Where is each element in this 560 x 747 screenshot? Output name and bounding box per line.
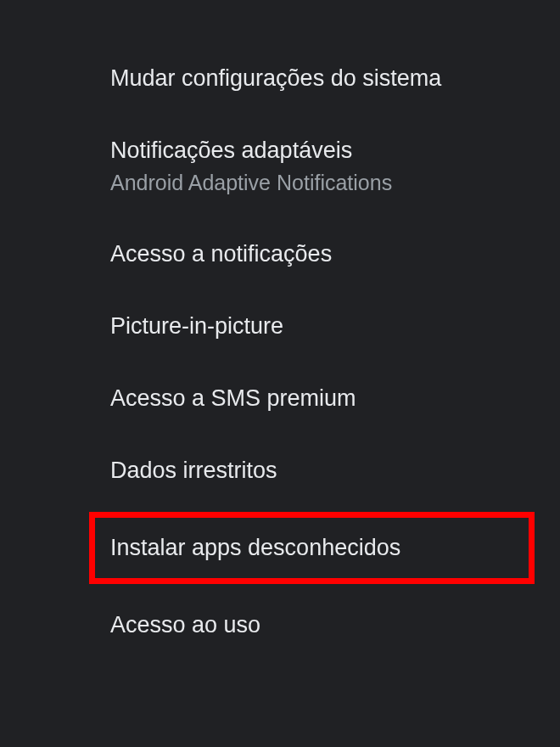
settings-item-usage-access[interactable]: Acesso ao uso xyxy=(110,589,535,661)
settings-item-system-config[interactable]: Mudar configurações do sistema xyxy=(110,42,535,115)
settings-item-title: Acesso a SMS premium xyxy=(110,384,535,413)
settings-item-picture-in-picture[interactable]: Picture-in-picture xyxy=(110,290,535,362)
settings-item-title: Instalar apps desconhecidos xyxy=(110,533,513,563)
settings-item-unknown-apps[interactable]: Instalar apps desconhecidos xyxy=(89,512,535,584)
settings-item-title: Mudar configurações do sistema xyxy=(110,64,535,93)
settings-list: Mudar configurações do sistema Notificaç… xyxy=(0,0,560,661)
settings-item-unrestricted-data[interactable]: Dados irrestritos xyxy=(110,435,535,507)
settings-item-adaptive-notifications[interactable]: Notificações adaptáveis Android Adaptive… xyxy=(110,115,535,218)
settings-item-title: Notificações adaptáveis xyxy=(110,136,535,166)
settings-item-title: Dados irrestritos xyxy=(110,456,535,486)
settings-item-sms-premium[interactable]: Acesso a SMS premium xyxy=(110,362,535,435)
settings-item-title: Acesso ao uso xyxy=(110,610,535,640)
settings-item-subtitle: Android Adaptive Notifications xyxy=(110,169,535,197)
settings-item-title: Acesso a notificações xyxy=(110,239,535,269)
settings-item-notification-access[interactable]: Acesso a notificações xyxy=(110,218,535,290)
settings-item-title: Picture-in-picture xyxy=(110,312,535,341)
